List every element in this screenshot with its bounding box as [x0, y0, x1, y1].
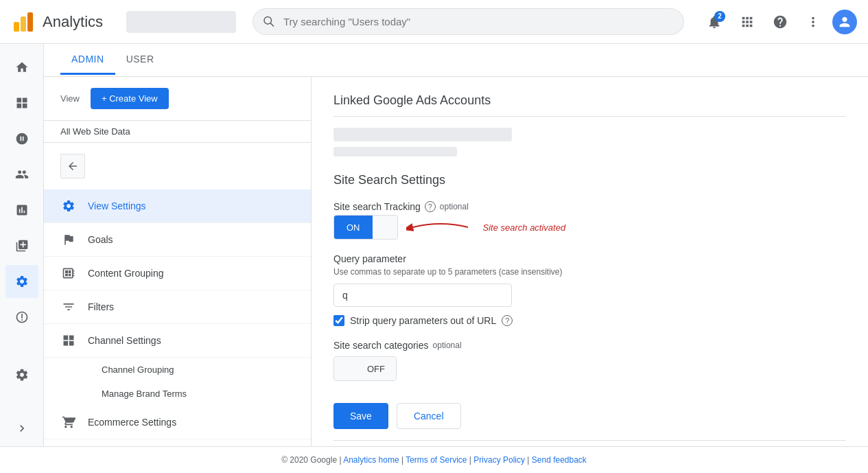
goals-icon [60, 233, 77, 246]
content-grouping-icon [60, 266, 77, 280]
nav-item-channel-settings[interactable]: Channel Settings [44, 324, 311, 358]
notification-badge: 2 [714, 11, 725, 22]
nav-item-content-grouping[interactable]: Content Grouping [44, 257, 311, 290]
activation-arrow [406, 217, 475, 238]
create-view-button[interactable]: + Create View [91, 88, 169, 109]
linked-account-blur-2 [333, 147, 457, 157]
footer-copyright: © 2020 Google [281, 455, 337, 465]
footer-analytics-home[interactable]: Analytics home [343, 455, 399, 465]
search-input[interactable] [253, 8, 684, 35]
admin-content: ADMIN USER View + Create View All Web Si… [44, 44, 868, 446]
nav-item-view-settings[interactable]: View Settings [44, 189, 311, 223]
view-label: View [60, 93, 80, 104]
footer: © 2020 Google | Analytics home | Terms o… [0, 446, 868, 473]
more-options-button[interactable] [799, 8, 827, 36]
query-param-label: Query parameter [333, 253, 846, 264]
annotation-wrap: ON [333, 215, 846, 240]
linked-account-blur-1 [333, 128, 512, 141]
sidebar-item-home[interactable] [5, 51, 38, 84]
cancel-button[interactable]: Cancel [397, 403, 461, 429]
settings-panel: Linked Google Ads Accounts Site Search S… [312, 77, 868, 446]
strip-params-checkbox[interactable] [333, 315, 344, 326]
manage-brand-terms-link[interactable]: Manage Brand Terms [85, 382, 311, 406]
categories-off-label[interactable]: OFF [356, 357, 396, 380]
linked-ads-title: Linked Google Ads Accounts [333, 93, 846, 117]
footer-privacy[interactable]: Privacy Policy [473, 455, 525, 465]
nav-item-filters[interactable]: Filters [44, 290, 311, 324]
all-web-data: All Web Site Data [44, 121, 311, 143]
sidebar-item-behavior[interactable] [5, 229, 38, 262]
categories-section: Site search categories optional OFF [333, 340, 846, 381]
site-search-activated-text: Site search activated [483, 222, 566, 233]
tracking-optional: optional [440, 202, 469, 211]
content-area: View + Create View All Web Site Data Vie… [44, 77, 868, 446]
nav-item-filters-label: Filters [88, 301, 114, 312]
filters-icon [60, 300, 77, 314]
svg-rect-0 [14, 22, 19, 32]
site-search-title: Site Search Settings [333, 173, 846, 187]
channel-settings-icon [60, 334, 77, 347]
ecommerce-icon [60, 415, 77, 429]
site-search-section: Site Search Settings Site search Trackin… [333, 173, 846, 441]
view-header: View + Create View [44, 77, 311, 121]
sidebar-item-dashboard[interactable] [5, 86, 38, 119]
footer-feedback[interactable]: Send feedback [532, 455, 587, 465]
nav-item-calculated-metrics[interactable]: Dd Calculated Metrics BETA [44, 439, 311, 446]
svg-line-4 [270, 23, 273, 25]
nav-item-view-settings-label: View Settings [88, 200, 146, 211]
header-actions: 2 [701, 8, 857, 36]
nav-item-goals[interactable]: Goals [44, 223, 311, 257]
settings-nav: View Settings Goals Content Grouping [44, 189, 311, 446]
nav-item-ecommerce[interactable]: Ecommerce Settings [44, 406, 311, 439]
sidebar-item-admin[interactable] [5, 265, 38, 298]
sidebar-item-explore[interactable] [5, 301, 38, 334]
linked-ads-section: Linked Google Ads Accounts [333, 93, 846, 157]
tracking-toggle[interactable]: ON [333, 215, 398, 240]
toggle-off-option[interactable] [373, 216, 397, 239]
view-settings-icon [60, 199, 77, 213]
search-icon [262, 14, 274, 29]
channel-grouping-link[interactable]: Channel Grouping [85, 358, 311, 382]
nav-item-goals-label: Goals [88, 234, 113, 245]
back-button[interactable] [60, 154, 85, 178]
sidebar-item-audience[interactable] [5, 158, 38, 191]
admin-tabs: ADMIN USER [44, 44, 868, 77]
strip-params-row: Strip query parameters out of URL ? [333, 315, 846, 326]
search-bar [253, 8, 684, 35]
nav-item-channel-settings-label: Channel Settings [88, 335, 161, 346]
avatar[interactable] [832, 10, 857, 34]
settings-sidebar: View + Create View All Web Site Data Vie… [44, 77, 312, 446]
footer-terms[interactable]: Terms of Service [406, 455, 467, 465]
sidebar-expand[interactable] [0, 416, 43, 441]
header: Analytics 2 [0, 0, 868, 44]
toggle-on-label[interactable]: ON [334, 216, 373, 239]
categories-toggle-blank[interactable] [334, 357, 356, 380]
tab-user[interactable]: USER [115, 45, 165, 75]
categories-label: Site search categories optional [333, 340, 846, 351]
query-param-section: Query parameter Use commas to separate u… [333, 253, 846, 326]
sidebar-item-realtime[interactable] [5, 122, 38, 155]
categories-optional: optional [433, 341, 462, 350]
tracking-field: Site search Tracking ? optional ON [333, 201, 846, 240]
analytics-logo-icon [11, 10, 36, 34]
strip-params-label: Strip query parameters out of URL [350, 315, 496, 326]
channel-sub-items: Channel Grouping Manage Brand Terms [44, 358, 311, 406]
tab-admin[interactable]: ADMIN [60, 45, 115, 75]
save-button[interactable]: Save [333, 403, 388, 429]
sidebar-item-acquisition[interactable] [5, 194, 38, 227]
action-buttons: Save Cancel [333, 403, 846, 429]
sidebar-item-settings[interactable] [5, 358, 38, 391]
help-button[interactable] [766, 8, 794, 36]
nav-item-content-grouping-label: Content Grouping [88, 268, 164, 279]
categories-toggle-row: OFF [333, 356, 846, 381]
notification-button[interactable]: 2 [701, 8, 728, 36]
logo-text: Analytics [43, 13, 103, 31]
apps-button[interactable] [734, 8, 761, 36]
account-blur [126, 11, 236, 33]
categories-toggle[interactable]: OFF [333, 356, 397, 381]
query-param-input[interactable] [333, 284, 512, 307]
tracking-help-icon[interactable]: ? [425, 201, 436, 212]
svg-rect-1 [21, 16, 26, 32]
svg-rect-2 [27, 12, 33, 32]
strip-params-help-icon[interactable]: ? [502, 315, 513, 326]
